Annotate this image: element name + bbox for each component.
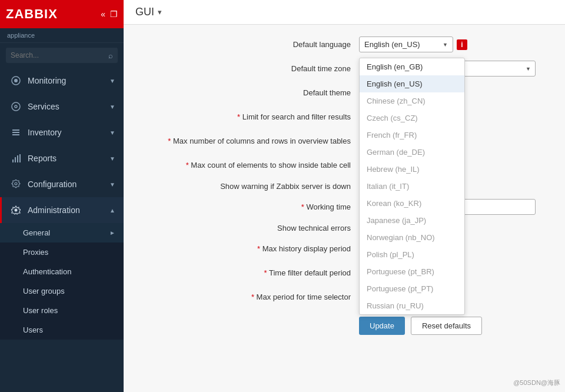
- technical-errors-row: Show technical errors: [141, 223, 547, 232]
- user-groups-label: User groups: [23, 287, 65, 295]
- history-period-row: Max history display period: [141, 241, 547, 257]
- page-title: GUI ▾: [135, 6, 162, 18]
- authentication-label: Authentication: [23, 267, 71, 276]
- default-timezone-label: Default time zone: [141, 64, 359, 73]
- lang-it-it[interactable]: Italian (it_IT): [360, 178, 464, 195]
- time-filter-label: Time filter default period: [141, 268, 359, 277]
- admin-submenu: General ► Proxies Authentication User gr…: [0, 223, 124, 340]
- inventory-arrow: ▼: [109, 129, 115, 136]
- watermark: @50SDN@海豚: [513, 378, 560, 387]
- time-filter-row: Time filter default period: [141, 265, 547, 281]
- language-info-icon[interactable]: i: [457, 39, 467, 50]
- svg-rect-5: [12, 132, 19, 133]
- window-icon[interactable]: ❐: [110, 9, 118, 19]
- inventory-icon: [10, 127, 22, 138]
- lang-en-gb[interactable]: English (en_GB): [360, 58, 464, 75]
- sidebar-item-configuration[interactable]: Configuration ▼: [0, 171, 124, 197]
- monitoring-icon: [10, 75, 22, 87]
- general-arrow: ►: [109, 230, 115, 236]
- default-theme-row: Default theme Blue: [141, 85, 547, 101]
- main-area: GUI ▾ Default language English (en_US) E…: [124, 0, 565, 392]
- users-label: Users: [23, 325, 43, 334]
- search-limit-row: Limit for search and filter results: [141, 109, 547, 125]
- server-warning-label: Show warning if Zabbix server is down: [141, 182, 359, 191]
- admin-icon: [10, 204, 22, 216]
- lang-nb-no[interactable]: Norwegian (nb_NO): [360, 229, 464, 246]
- lang-he-il[interactable]: Hebrew (he_IL): [360, 161, 464, 178]
- search-input[interactable]: [6, 48, 118, 63]
- server-warning-row: Show warning if Zabbix server is down: [141, 181, 547, 191]
- table-cell-label: Max count of elements to show inside tab…: [141, 161, 359, 170]
- time-selector-label: Max period for time selector: [141, 293, 359, 301]
- lang-ko-kr[interactable]: Korean (ko_KR): [360, 195, 464, 212]
- sidebar-item-inventory[interactable]: Inventory ▼: [0, 119, 124, 145]
- zabbix-logo: ZABBIX: [6, 6, 58, 22]
- subitem-user-roles[interactable]: User roles: [0, 301, 124, 320]
- sidebar: ZABBIX « ❐ appliance ⌕ Monitoring ▼ Serv…: [0, 0, 124, 392]
- time-selector-row: Max period for time selector: [141, 289, 547, 305]
- lang-ru-ru[interactable]: Russian (ru_RU): [360, 297, 464, 314]
- lang-pl-pl[interactable]: Polish (pl_PL): [360, 246, 464, 263]
- lang-pt-pt[interactable]: Portuguese (pt_PT): [360, 280, 464, 297]
- lang-zh-cn[interactable]: Chinese (zh_CN): [360, 92, 464, 109]
- sidebar-item-reports[interactable]: Reports ▼: [0, 145, 124, 171]
- title-chevron[interactable]: ▾: [158, 8, 162, 16]
- language-selected[interactable]: English (en_US): [359, 36, 453, 52]
- subitem-proxies[interactable]: Proxies: [0, 242, 124, 262]
- form-actions: Update Reset defaults: [141, 317, 547, 335]
- svg-rect-8: [15, 157, 16, 162]
- svg-rect-4: [12, 129, 19, 131]
- reset-defaults-button[interactable]: Reset defaults: [411, 317, 482, 335]
- subitem-general[interactable]: General ►: [0, 223, 124, 242]
- lang-en-us[interactable]: English (en_US): [360, 75, 464, 92]
- subitem-authentication[interactable]: Authentication: [0, 262, 124, 281]
- svg-point-2: [12, 102, 20, 111]
- technical-errors-label: Show technical errors: [141, 224, 359, 232]
- overview-cols-label: Max number of columns and rows in overvi…: [141, 137, 359, 145]
- default-language-control: English (en_US) English (en_GB) English …: [359, 36, 467, 52]
- main-content: Default language English (en_US) English…: [124, 25, 565, 392]
- working-time-label: Working time: [141, 202, 359, 211]
- sidebar-nav: Monitoring ▼ Services ▼ Inventory ▼: [0, 68, 124, 392]
- lang-fr-fr[interactable]: French (fr_FR): [360, 127, 464, 144]
- svg-rect-7: [12, 160, 14, 162]
- inventory-label: Inventory: [28, 128, 109, 137]
- language-dropdown[interactable]: English (en_GB) English (en_US) Chinese …: [359, 58, 465, 315]
- table-cell-row: Max count of elements to show inside tab…: [141, 157, 547, 173]
- sidebar-item-administration[interactable]: Administration ▲: [0, 197, 124, 223]
- appliance-label: appliance: [0, 28, 124, 43]
- subitem-users[interactable]: Users: [0, 320, 124, 340]
- svg-point-3: [15, 105, 17, 108]
- lang-de-de[interactable]: German (de_DE): [360, 144, 464, 161]
- search-limit-label: Limit for search and filter results: [141, 112, 359, 121]
- default-language-row: Default language English (en_US) English…: [141, 36, 547, 52]
- user-roles-label: User roles: [23, 306, 58, 315]
- history-period-label: Max history display period: [141, 244, 359, 253]
- lang-cs-cz[interactable]: Czech (cs_CZ): [360, 109, 464, 127]
- reports-arrow: ▼: [109, 155, 115, 162]
- main-header: GUI ▾: [124, 0, 565, 25]
- logo-bar: ZABBIX « ❐: [0, 0, 124, 28]
- sidebar-item-services[interactable]: Services ▼: [0, 94, 124, 119]
- default-timezone-row: Default time zone UTC: [141, 61, 547, 77]
- services-icon: [10, 101, 22, 112]
- lang-ja-jp[interactable]: Japanese (ja_JP): [360, 212, 464, 229]
- configuration-arrow: ▼: [109, 181, 115, 188]
- general-label: General: [23, 228, 50, 237]
- svg-point-11: [15, 182, 17, 185]
- default-language-label: Default language: [141, 40, 359, 49]
- update-button[interactable]: Update: [359, 317, 405, 335]
- subitem-user-groups[interactable]: User groups: [0, 281, 124, 301]
- overview-cols-row: Max number of columns and rows in overvi…: [141, 133, 547, 149]
- services-label: Services: [28, 102, 109, 111]
- svg-point-1: [14, 79, 18, 82]
- sidebar-item-monitoring[interactable]: Monitoring ▼: [0, 68, 124, 94]
- configuration-label: Configuration: [28, 180, 109, 189]
- lang-pt-br[interactable]: Portuguese (pt_BR): [360, 263, 464, 280]
- services-arrow: ▼: [109, 104, 115, 110]
- svg-rect-10: [19, 154, 21, 162]
- svg-rect-6: [12, 134, 19, 135]
- collapse-icon[interactable]: «: [101, 9, 105, 19]
- working-time-row: Working time: [141, 199, 547, 215]
- page-title-text: GUI: [135, 6, 154, 18]
